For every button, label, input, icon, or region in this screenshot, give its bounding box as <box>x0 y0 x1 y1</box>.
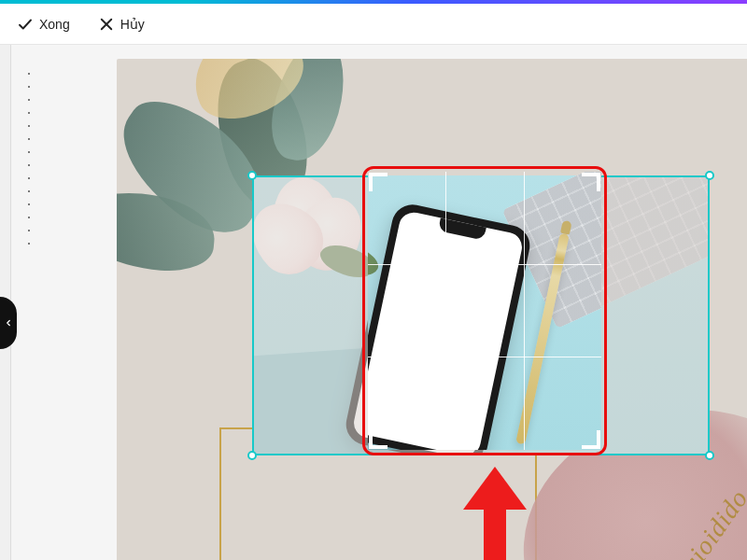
crop-handle-tl[interactable] <box>369 173 388 191</box>
expand-panel-handle[interactable] <box>0 297 17 349</box>
cancel-button[interactable]: Hủy <box>94 10 148 38</box>
cancel-label: Hủy <box>120 17 145 32</box>
crop-handle-tr[interactable] <box>582 173 600 191</box>
workspace: hỏi đáp - thegioidido <box>0 45 747 560</box>
crop-window-image <box>368 172 601 450</box>
image-handle-bl[interactable] <box>247 451 257 460</box>
crop-toolbar: Xong Hủy <box>0 4 747 45</box>
image-handle-br[interactable] <box>705 451 714 460</box>
done-label: Xong <box>39 17 70 32</box>
crop-handle-bl[interactable] <box>369 430 388 449</box>
chevron-left-icon <box>4 315 13 331</box>
image-handle-tl[interactable] <box>247 171 257 180</box>
image-handle-tr[interactable] <box>705 171 714 180</box>
x-icon <box>98 16 115 33</box>
crop-handle-br[interactable] <box>582 430 600 449</box>
crop-window[interactable] <box>362 166 607 455</box>
vertical-ruler <box>28 73 30 560</box>
check-icon <box>17 16 34 33</box>
done-button[interactable]: Xong <box>13 10 74 38</box>
